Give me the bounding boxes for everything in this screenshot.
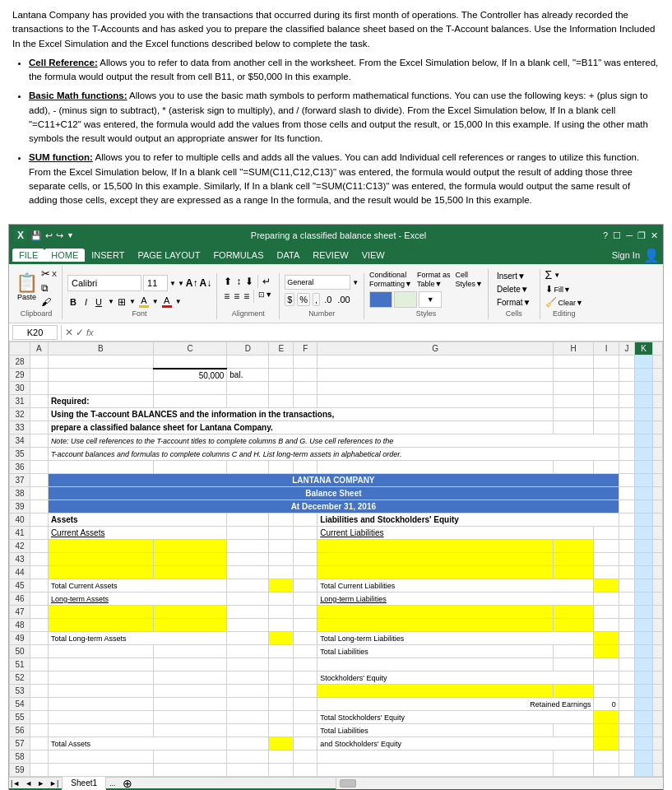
minimize-button[interactable]: ─: [626, 230, 633, 240]
format-painter-icon[interactable]: 🖌: [41, 296, 51, 308]
currency-icon[interactable]: $: [285, 293, 294, 306]
cell-f56[interactable]: [294, 724, 317, 737]
cell-b47[interactable]: [48, 606, 153, 619]
font-color-icon[interactable]: A: [162, 295, 172, 308]
style-icon-3[interactable]: ▼: [419, 291, 442, 308]
cell-f52[interactable]: [294, 672, 317, 685]
cell-i42[interactable]: [594, 540, 619, 553]
cell-b53[interactable]: [48, 685, 153, 698]
cell-j50[interactable]: [619, 645, 634, 658]
font-name-input[interactable]: [67, 275, 141, 291]
cell-g41[interactable]: Current Liabilities: [317, 527, 594, 540]
cell-d51[interactable]: [227, 658, 269, 672]
cell-g50[interactable]: Total Liabilities: [317, 645, 554, 658]
cell-d40[interactable]: [227, 514, 269, 527]
cell-a55[interactable]: [30, 711, 49, 724]
cell-b32[interactable]: Using the T-account BALANCES and the inf…: [48, 408, 553, 421]
cell-a52[interactable]: [30, 672, 49, 685]
cell-e52[interactable]: [269, 672, 294, 685]
cell-e54[interactable]: [269, 698, 294, 711]
cell-e53[interactable]: [269, 685, 294, 698]
cell-e31[interactable]: [269, 395, 294, 408]
cell-g46[interactable]: Long-term Liabilities: [317, 592, 594, 606]
cell-a50[interactable]: [30, 645, 49, 658]
cell-j33[interactable]: [619, 421, 634, 434]
cell-j36[interactable]: [619, 461, 634, 474]
cell-f36[interactable]: [294, 461, 317, 474]
cell-b56[interactable]: [48, 724, 153, 737]
cell-a39[interactable]: [30, 500, 49, 514]
cell-f48[interactable]: [294, 619, 317, 632]
tab-data[interactable]: DATA: [271, 249, 307, 262]
cell-a51[interactable]: [30, 658, 49, 672]
cell-k34[interactable]: [635, 434, 653, 448]
cell-i59[interactable]: [594, 764, 619, 777]
cell-a43[interactable]: [30, 553, 49, 566]
profile-icon[interactable]: 👤: [643, 248, 660, 263]
cell-j52[interactable]: [619, 672, 634, 685]
fill-dropdown-icon[interactable]: ▼: [152, 298, 159, 305]
cancel-formula-icon[interactable]: ✕: [65, 327, 73, 338]
cell-d48[interactable]: [227, 619, 269, 632]
cell-d54[interactable]: [227, 698, 269, 711]
font-dropdown-icon[interactable]: ▼: [169, 280, 176, 287]
cell-a30[interactable]: [30, 382, 49, 395]
insert-cells-button[interactable]: Insert▼: [494, 271, 535, 281]
restore-button[interactable]: ❐: [637, 230, 646, 241]
cell-b49[interactable]: Total Long-term Assets: [48, 632, 226, 645]
cell-a46[interactable]: [30, 592, 49, 606]
cell-j41[interactable]: [619, 527, 634, 540]
delete-cells-button[interactable]: Delete▼: [494, 284, 535, 295]
cell-b59[interactable]: [48, 764, 153, 777]
cell-b34[interactable]: Note: Use cell references to the T-accou…: [48, 434, 619, 448]
cell-e28[interactable]: [269, 356, 294, 369]
cell-b55[interactable]: [48, 711, 153, 724]
cell-a45[interactable]: [30, 579, 49, 592]
cell-f40[interactable]: [294, 514, 317, 527]
cell-a49[interactable]: [30, 632, 49, 645]
cell-j32[interactable]: [619, 408, 634, 421]
cell-h51[interactable]: [554, 658, 594, 672]
cell-f55[interactable]: [294, 711, 317, 724]
sheet-nav-left-left[interactable]: |◄: [9, 779, 21, 788]
cell-k52[interactable]: [635, 672, 653, 685]
cell-c31[interactable]: [153, 395, 227, 408]
align-top-icon[interactable]: ⬆: [222, 275, 234, 288]
cell-k33[interactable]: [635, 421, 653, 434]
cell-k55[interactable]: [635, 711, 653, 724]
cell-h30[interactable]: [554, 382, 594, 395]
cell-k31[interactable]: [635, 395, 653, 408]
cell-d47[interactable]: [227, 606, 269, 619]
cell-i47[interactable]: [594, 606, 619, 619]
cell-f57[interactable]: [294, 737, 317, 750]
cell-b43[interactable]: [48, 553, 153, 566]
cell-i28[interactable]: [594, 356, 619, 369]
cell-c42[interactable]: [153, 540, 227, 553]
cell-c51[interactable]: [153, 658, 227, 672]
cell-d31[interactable]: [227, 395, 269, 408]
cell-j56[interactable]: [619, 724, 634, 737]
cell-e30[interactable]: [269, 382, 294, 395]
cell-k56[interactable]: [635, 724, 653, 737]
help-box-icon[interactable]: ☐: [613, 230, 621, 241]
merge-center-icon[interactable]: ⊡▼: [257, 290, 274, 303]
cell-j48[interactable]: [619, 619, 634, 632]
cell-b50[interactable]: [48, 645, 153, 658]
cell-k47[interactable]: [635, 606, 653, 619]
cell-g43[interactable]: [317, 553, 554, 566]
cell-i32[interactable]: [594, 408, 619, 421]
cell-k54[interactable]: [635, 698, 653, 711]
cell-j46[interactable]: [619, 592, 634, 606]
cell-j53[interactable]: [619, 685, 634, 698]
cell-d41[interactable]: [227, 527, 269, 540]
cell-h44[interactable]: [554, 566, 594, 579]
cell-j44[interactable]: [619, 566, 634, 579]
cell-h48[interactable]: [554, 619, 594, 632]
cell-i46[interactable]: [594, 592, 619, 606]
sheet-nav-right-right[interactable]: ►|: [48, 779, 60, 788]
cell-d44[interactable]: [227, 566, 269, 579]
cell-d55[interactable]: [227, 711, 269, 724]
cell-a32[interactable]: [30, 408, 49, 421]
cell-k32[interactable]: [635, 408, 653, 421]
cell-j45[interactable]: [619, 579, 634, 592]
